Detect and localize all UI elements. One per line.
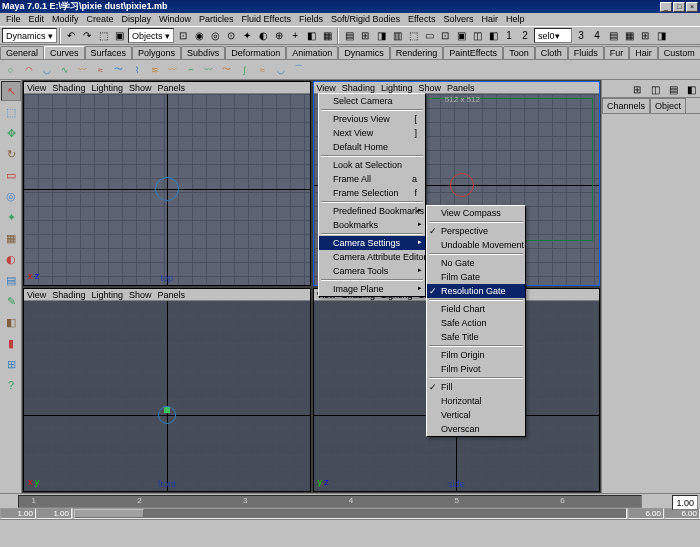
toolbar-button[interactable]: ◫ <box>469 28 485 44</box>
tool-button[interactable]: ✎ <box>1 291 21 311</box>
vp-menu-panels[interactable]: Panels <box>447 83 475 92</box>
shelf-tab-general[interactable]: General <box>0 46 44 59</box>
toolbar-button[interactable]: ▥ <box>389 28 405 44</box>
module-dropdown[interactable]: Dynamics ▾ <box>2 28 57 43</box>
vp-menu-show[interactable]: Show <box>129 290 152 299</box>
shelf-tab-deformation[interactable]: Deformation <box>225 46 286 59</box>
range-inner-start-field[interactable] <box>36 508 72 519</box>
panel-icon[interactable]: ▤ <box>665 81 681 97</box>
vp-menu-view[interactable]: View <box>27 290 46 299</box>
menu-item[interactable]: Next View] <box>319 126 425 140</box>
shelf-icon[interactable]: ∿ <box>56 61 73 78</box>
close-button[interactable]: × <box>686 2 698 12</box>
shelf-tab-surfaces[interactable]: Surfaces <box>85 46 133 59</box>
toolbar-button[interactable]: ◧ <box>303 28 319 44</box>
toolbar-button[interactable]: ◧ <box>485 28 501 44</box>
toolbar-button[interactable]: 4 <box>589 28 605 44</box>
menu-item[interactable]: Frame Selectionf <box>319 186 425 200</box>
tool-button[interactable]: ⬚ <box>1 102 21 122</box>
shelf-tab-animation[interactable]: Animation <box>286 46 338 59</box>
tool-button[interactable]: ▭ <box>1 165 21 185</box>
shelf-tab-rendering[interactable]: Rendering <box>390 46 444 59</box>
menu-item[interactable]: Bookmarks▸ <box>319 218 425 232</box>
toolbar-button[interactable]: ⊕ <box>271 28 287 44</box>
shelf-icon[interactable]: ≋ <box>146 61 163 78</box>
shelf-tab-painteffects[interactable]: PaintEffects <box>443 46 503 59</box>
shelf-tab-cloth[interactable]: Cloth <box>535 46 568 59</box>
vp-menu-show[interactable]: Show <box>418 83 441 92</box>
shelf-tab-hair[interactable]: Hair <box>629 46 658 59</box>
menu-particles[interactable]: Particles <box>195 14 238 25</box>
toolbar-button[interactable]: ◎ <box>207 28 223 44</box>
toolbar-button[interactable]: ▣ <box>453 28 469 44</box>
toolbar-button[interactable]: 3 <box>573 28 589 44</box>
shelf-tab-custom[interactable]: Custom <box>658 46 700 59</box>
menu-item[interactable]: Film Gate <box>427 270 525 284</box>
menu-item[interactable]: Film Origin <box>427 348 525 362</box>
shelf-icon[interactable]: ∫ <box>236 61 253 78</box>
vp-menu-panels[interactable]: Panels <box>157 290 185 299</box>
menu-item[interactable]: Perspective✓ <box>427 224 525 238</box>
menu-item[interactable]: Safe Action <box>427 316 525 330</box>
shelf-tab-toon[interactable]: Toon <box>503 46 535 59</box>
toolbar-button[interactable]: ⬚ <box>95 28 111 44</box>
range-inner-end-field[interactable] <box>628 508 664 519</box>
toolbar-button[interactable]: 2 <box>517 28 533 44</box>
tool-button[interactable]: ↻ <box>1 144 21 164</box>
toolbar-button[interactable]: ▦ <box>621 28 637 44</box>
menu-item[interactable]: Camera Settings▸ <box>319 236 425 250</box>
menu-effects[interactable]: Effects <box>404 14 439 25</box>
shelf-icon[interactable]: ◡ <box>38 61 55 78</box>
viewport-top-left[interactable]: ViewShadingLightingShowPanels x z top <box>23 81 311 286</box>
current-frame-field[interactable]: 1.00 <box>672 495 698 510</box>
menu-create[interactable]: Create <box>83 14 118 25</box>
tool-button[interactable]: ✦ <box>1 207 21 227</box>
toolbar-button[interactable]: ▭ <box>421 28 437 44</box>
toolbar-button[interactable]: ▣ <box>111 28 127 44</box>
menu-item[interactable]: Camera Attribute Editor... <box>319 250 425 264</box>
menu-help[interactable]: Help <box>502 14 529 25</box>
toolbar-button[interactable]: ✦ <box>239 28 255 44</box>
vp-menu-shading[interactable]: Shading <box>342 83 375 92</box>
menu-modify[interactable]: Modify <box>48 14 83 25</box>
menu-item[interactable]: Field Chart <box>427 302 525 316</box>
tool-button[interactable]: ↖ <box>1 81 21 101</box>
shelf-icon[interactable]: 〰 <box>74 61 91 78</box>
menu-file[interactable]: File <box>2 14 25 25</box>
shelf-tab-subdivs[interactable]: Subdivs <box>181 46 225 59</box>
shelf-icon[interactable]: ≈ <box>254 61 271 78</box>
tool-button[interactable]: ⊞ <box>1 354 21 374</box>
menu-soft/rigid bodies[interactable]: Soft/Rigid Bodies <box>327 14 404 25</box>
sel-dropdown[interactable]: sel0▾ <box>534 28 572 43</box>
menu-item[interactable]: Previous View[ <box>319 112 425 126</box>
vp-menu-lighting[interactable]: Lighting <box>381 83 413 92</box>
toolbar-button[interactable]: ⊞ <box>637 28 653 44</box>
menu-item[interactable]: Predefined Bookmarks▸ <box>319 204 425 218</box>
toolbar-button[interactable]: + <box>287 28 303 44</box>
vp-menu-view[interactable]: View <box>317 83 336 92</box>
menu-fluid effects[interactable]: Fluid Effects <box>238 14 295 25</box>
panel-icon[interactable]: ⊞ <box>629 81 645 97</box>
menu-item[interactable]: Default Home <box>319 140 425 154</box>
shelf-tab-fur[interactable]: Fur <box>604 46 630 59</box>
menu-item[interactable]: Fill✓ <box>427 380 525 394</box>
shelf-tab-polygons[interactable]: Polygons <box>132 46 181 59</box>
toolbar-button[interactable]: 1 <box>501 28 517 44</box>
menu-item[interactable]: Film Pivot <box>427 362 525 376</box>
toolbar-button[interactable]: ◐ <box>255 28 271 44</box>
menu-item[interactable]: Camera Tools▸ <box>319 264 425 278</box>
menu-item[interactable]: Resolution Gate✓ <box>427 284 525 298</box>
panel-icon[interactable]: ◧ <box>683 81 699 97</box>
toolbar-button[interactable]: ⊞ <box>357 28 373 44</box>
menu-item[interactable]: Look at Selection <box>319 158 425 172</box>
tool-button[interactable]: ▮ <box>1 333 21 353</box>
tool-button[interactable]: ▤ <box>1 270 21 290</box>
menu-solvers[interactable]: Solvers <box>439 14 477 25</box>
menu-edit[interactable]: Edit <box>25 14 49 25</box>
maximize-button[interactable]: □ <box>673 2 685 12</box>
toolbar-button[interactable]: ⊡ <box>437 28 453 44</box>
vp-menu-shading[interactable]: Shading <box>52 290 85 299</box>
vp-menu-lighting[interactable]: Lighting <box>91 290 123 299</box>
channels-tab[interactable]: Channels <box>602 98 650 113</box>
shelf-icon[interactable]: ◠ <box>20 61 37 78</box>
